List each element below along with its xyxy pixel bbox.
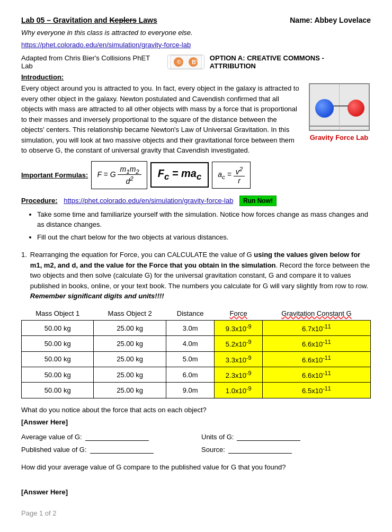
table-row: 50.00 kg 25.00 kg 9.0m 1.0x10-9 6.5x10-1… xyxy=(22,383,371,398)
col-header-grav: Gravitation Constant G xyxy=(262,307,370,321)
header-row: Lab 05 – Gravitation and Keplers Laws Na… xyxy=(21,16,371,24)
blue-ball xyxy=(315,99,334,118)
cell-grav-4: 6.6x10-11 xyxy=(262,367,370,382)
table-header-row: Mass Object 1 Mass Object 2 Distance For… xyxy=(22,307,371,321)
cell-grav-2: 6.6x10-11 xyxy=(262,336,370,351)
question-1-section: 1. Rearranging the equation for Force, y… xyxy=(21,250,371,302)
cell-m1-2: 50.00 kg xyxy=(22,336,94,351)
cc-section: Adapted from Chris Bier's Collisions PhE… xyxy=(21,54,371,70)
title-strikethrough: Keplers xyxy=(110,16,137,24)
published-g-label: Published value of G: xyxy=(21,446,87,454)
table-row: 50.00 kg 25.00 kg 6.0m 2.3x10-9 6.6x10-1… xyxy=(22,367,371,382)
formula-3: ac = v2 r xyxy=(212,162,251,189)
name-label: Name: Abbey Lovelace xyxy=(290,16,371,24)
published-g-input[interactable] xyxy=(90,445,154,454)
avg-g-row: Average value of G: xyxy=(21,432,191,441)
compare-answer: [Answer Here] xyxy=(21,486,371,498)
formula-2: Fc = mac xyxy=(150,162,209,188)
published-section: Published value of G: Source: xyxy=(21,445,371,454)
published-g-row: Published value of G: xyxy=(21,445,191,454)
avg-g-label: Average value of G: xyxy=(21,433,82,441)
bullet-1: Take some time and familiarize yourself … xyxy=(37,209,371,230)
option-text: OPTION A: CREATIVE COMMONS - ATTRIBUTION xyxy=(210,54,371,70)
procedure-section: Procedure: https://phet.colorado.edu/en/… xyxy=(21,196,371,243)
compare-section: How did your average value of G compare … xyxy=(21,461,371,498)
q1-text: Rearranging the equation for Force, you … xyxy=(30,250,371,302)
avg-g-input[interactable] xyxy=(85,432,149,441)
cell-dist-4: 6.0m xyxy=(166,367,215,382)
table-row: 50.00 kg 25.00 kg 4.0m 5.2x10-9 6.6x10-1… xyxy=(22,336,371,351)
q1-text-before: Rearranging the equation for Force, you … xyxy=(30,251,254,259)
cell-m2-2: 25.00 kg xyxy=(94,336,166,351)
procedure-bullets: Take some time and familiarize yourself … xyxy=(37,209,371,243)
avg-section: Average value of G: Units of G: xyxy=(21,432,371,441)
title-prefix: Lab 05 – Gravitation and xyxy=(21,16,110,24)
units-g-row: Units of G: xyxy=(201,432,371,441)
gravity-image-panel: Gravity Force Lab xyxy=(307,83,371,156)
cc-adapted-text: Adapted from Chris Bier's Collisions PhE… xyxy=(21,54,162,70)
table-row: 50.00 kg 25.00 kg 5.0m 3.3x10-9 6.6x10-1… xyxy=(22,351,371,367)
data-table-section: Mass Object 1 Mass Object 2 Distance For… xyxy=(21,307,371,398)
cell-force-1: 9.3x10-9 xyxy=(215,320,262,335)
cc-icon: © BY xyxy=(167,55,204,69)
cell-m2-4: 25.00 kg xyxy=(94,367,166,382)
cell-force-3: 3.3x10-9 xyxy=(215,351,262,367)
cell-m2-5: 25.00 kg xyxy=(94,383,166,398)
cell-force-5: 1.0x10-9 xyxy=(215,383,262,398)
svg-text:©: © xyxy=(177,59,181,65)
source-row: Source: xyxy=(201,445,371,454)
gravity-img-box xyxy=(309,83,370,131)
page-footer: Page 1 of 2 xyxy=(21,509,371,517)
units-g-input[interactable] xyxy=(237,432,300,441)
svg-text:BY: BY xyxy=(192,59,200,65)
units-g-label: Units of G: xyxy=(201,433,234,441)
intro-body: Every object around you is attracted to … xyxy=(21,83,299,156)
q1-number: 1. xyxy=(21,250,27,302)
phet-link[interactable]: https://phet.colorado.edu/en/simulation/… xyxy=(21,41,371,49)
cell-grav-5: 6.5x10-11 xyxy=(262,383,370,398)
col-header-dist: Distance xyxy=(166,307,215,321)
cell-dist-1: 3.0m xyxy=(166,320,215,335)
q1-bold-end: Remember significant digits and units!!!… xyxy=(30,292,164,300)
cell-dist-3: 5.0m xyxy=(166,351,215,367)
notice-question: What do you notice about the force that … xyxy=(21,404,371,416)
page-number: Page 1 of 2 xyxy=(21,509,57,517)
formulas-label: Important Formulas: xyxy=(21,171,88,179)
col-header-force: Force xyxy=(215,307,262,321)
procedure-label: Procedure: xyxy=(21,197,58,205)
table-row: 50.00 kg 25.00 kg 3.0m 9.3x10-9 6.7x10-1… xyxy=(22,320,371,335)
notice-section: What do you notice about the force that … xyxy=(21,404,371,429)
cell-m2-1: 25.00 kg xyxy=(94,320,166,335)
title-suffix: Laws xyxy=(137,16,157,24)
cell-force-4: 2.3x10-9 xyxy=(215,367,262,382)
red-ball xyxy=(348,100,364,117)
col-header-m1: Mass Object 1 xyxy=(22,307,94,321)
cell-dist-5: 9.0m xyxy=(166,383,215,398)
run-now-button[interactable]: Run Now! xyxy=(239,196,277,206)
cell-dist-2: 4.0m xyxy=(166,336,215,351)
source-input[interactable] xyxy=(228,445,292,454)
cell-m1-5: 50.00 kg xyxy=(22,383,94,398)
cell-grav-3: 6.6x10-11 xyxy=(262,351,370,367)
intro-header: Introduction: xyxy=(21,73,371,81)
subtitle: Why everyone in this class is attracted … xyxy=(21,29,371,37)
source-label: Source: xyxy=(201,446,225,454)
cell-force-2: 5.2x10-9 xyxy=(215,336,262,351)
procedure-link[interactable]: https://phet.colorado.edu/en/simulation/… xyxy=(64,197,233,205)
cell-m1-1: 50.00 kg xyxy=(22,320,94,335)
cell-m2-3: 25.00 kg xyxy=(94,351,166,367)
col-header-m2: Mass Object 2 xyxy=(94,307,166,321)
notice-answer: [Answer Here] xyxy=(21,416,371,428)
bullet-2: Fill out the chart below for the two obj… xyxy=(37,232,371,243)
formula-1: F = G m1m2 d2 xyxy=(91,161,147,189)
gravity-label: Gravity Force Lab xyxy=(310,134,369,141)
data-table: Mass Object 1 Mass Object 2 Distance For… xyxy=(21,307,371,398)
cell-m1-4: 50.00 kg xyxy=(22,367,94,382)
cell-m1-3: 50.00 kg xyxy=(22,351,94,367)
compare-question: How did your average value of G compare … xyxy=(21,461,371,473)
formulas-section: Important Formulas: F = G m1m2 d2 Fc = m… xyxy=(21,161,371,189)
intro-section: Introduction: Every object around you is… xyxy=(21,73,371,156)
cell-grav-1: 6.7x10-11 xyxy=(262,320,370,335)
